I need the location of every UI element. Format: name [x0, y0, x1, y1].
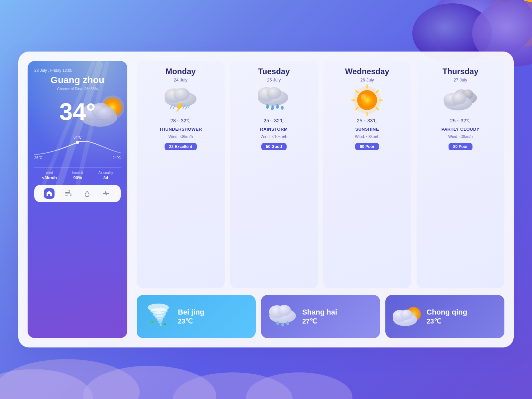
forecast-tuesday-day: Tuesday	[258, 67, 290, 76]
stat-humidity: humidit 90%	[72, 171, 83, 180]
phone-date: 23 July , Friday 12:00	[34, 68, 121, 73]
forecast-wednesday-wind: Wind: <3km/h	[355, 134, 379, 139]
stat-humidity-value: 90%	[72, 175, 83, 180]
forecast-thursday-wind: Wind: <3km/h	[448, 134, 473, 139]
svg-point-79	[400, 310, 412, 320]
forecast-monday-type: THUNDERSHOWER	[159, 127, 202, 132]
city-beijing[interactable]: Bei jing 23℃	[137, 295, 256, 338]
svg-point-37	[271, 105, 274, 110]
svg-point-68	[150, 321, 154, 324]
stat-wind: wind <3km/h	[42, 171, 57, 180]
svg-point-72	[278, 305, 291, 316]
city-shanghai-info: Shang hai 27℃	[302, 308, 337, 325]
graph-right-temp: 24℃	[113, 156, 121, 160]
forecast-monday-badge: 22 Excellent	[165, 143, 197, 150]
phone-chance: Chance of Rina: 28~35%	[34, 87, 121, 91]
forecast-tuesday: Tuesday 25 July	[230, 61, 318, 288]
svg-point-53	[359, 92, 375, 108]
forecast-wednesday-day: Wednesday	[345, 67, 389, 76]
svg-point-35	[267, 87, 281, 99]
forecast-wednesday-type: SUNSHINE	[355, 127, 379, 132]
nav-drop[interactable]	[82, 188, 92, 199]
forecast-monday-icon	[162, 85, 199, 115]
svg-point-40	[266, 105, 267, 106]
svg-point-42	[276, 105, 277, 106]
svg-point-39	[281, 106, 284, 110]
stat-wind-label: wind	[42, 171, 57, 175]
forecast-wednesday: Wednesday 26 July	[323, 61, 411, 288]
forecast-tuesday-badge: 50 Good	[261, 143, 287, 150]
forecast-thursday-date: 27 July	[454, 77, 467, 82]
forecast-monday-day: Monday	[166, 67, 196, 76]
forecast-monday-date: 24 July	[174, 77, 188, 82]
phone-temperature: 34°	[60, 100, 96, 124]
forecast-wednesday-badge: 60 Poor	[355, 143, 379, 150]
svg-point-36	[266, 104, 269, 109]
phone-graph: 34℃ 26℃ 24℃	[34, 131, 121, 165]
svg-point-25	[174, 88, 190, 101]
nav-wind[interactable]	[63, 188, 73, 199]
city-shanghai-icon	[268, 302, 298, 332]
forecast-row: Monday 24 July	[137, 61, 504, 288]
forecast-tuesday-date: 25 July	[267, 77, 281, 82]
svg-point-41	[271, 106, 272, 108]
city-shanghai[interactable]: Shang hai 27℃	[261, 295, 380, 338]
forecast-monday: Monday 24 July	[137, 61, 225, 288]
phone-stats: wind <3km/h humidit 90% Air quality 34	[34, 167, 121, 180]
right-panel: Monday 24 July	[137, 61, 504, 338]
forecast-thursday-temp: 25～32℃	[450, 118, 471, 124]
stat-humidity-label: humidit	[72, 171, 83, 175]
city-row: Bei jing 23℃	[137, 295, 504, 338]
city-beijing-info: Bei jing 23℃	[178, 308, 204, 325]
forecast-wednesday-icon	[349, 85, 385, 115]
stat-air: Air quality 34	[98, 171, 113, 180]
svg-point-38	[276, 104, 279, 109]
main-card: 23 July , Friday 12:00 Guang zhou Chance…	[18, 52, 514, 347]
city-beijing-temp: 23℃	[178, 317, 204, 325]
forecast-thursday-badge: 80 Poor	[449, 143, 472, 150]
svg-line-29	[170, 105, 172, 108]
graph-left-temp: 26℃	[34, 156, 42, 160]
city-beijing-icon	[143, 302, 173, 332]
forecast-tuesday-type: RAINSTORM	[260, 127, 288, 132]
stat-wind-value: <3km/h	[42, 175, 57, 180]
forecast-monday-wind: Wind: <8km/h	[168, 134, 193, 139]
svg-point-74	[281, 323, 284, 327]
svg-point-66	[158, 321, 162, 324]
city-chongqing[interactable]: Chong qing 23℃	[385, 295, 504, 338]
stat-air-value: 34	[98, 175, 113, 180]
nav-pulse[interactable]	[101, 188, 111, 199]
forecast-thursday-day: Thursday	[443, 67, 478, 76]
graph-peak-temp: 34℃	[73, 135, 81, 140]
svg-point-65	[157, 318, 163, 321]
forecast-tuesday-temp: 25～32℃	[264, 118, 284, 124]
forecast-thursday: Thursday 27 July	[417, 61, 505, 288]
forecast-wednesday-date: 26 July	[360, 77, 374, 82]
svg-point-67	[160, 324, 162, 326]
city-chongqing-name: Chong qing	[427, 308, 467, 317]
forecast-wednesday-temp: 25～33℃	[357, 118, 377, 124]
svg-point-75	[286, 321, 289, 325]
forecast-thursday-icon	[442, 85, 479, 115]
phone-panel: 23 July , Friday 12:00 Guang zhou Chance…	[28, 61, 127, 338]
svg-point-60	[452, 92, 466, 105]
svg-point-54	[361, 94, 366, 99]
stat-air-label: Air quality	[98, 171, 113, 175]
city-chongqing-icon	[392, 302, 422, 332]
city-chongqing-temp: 23℃	[427, 317, 467, 325]
svg-point-21	[76, 141, 79, 144]
nav-home[interactable]	[44, 188, 55, 199]
forecast-thursday-type: PARTLY CLOUDY	[441, 127, 479, 132]
svg-point-69	[163, 323, 166, 326]
forecast-monday-temp: 28～32℃	[170, 118, 191, 124]
phone-nav	[34, 185, 121, 202]
city-shanghai-temp: 27℃	[302, 317, 337, 325]
svg-point-73	[276, 321, 279, 325]
city-shanghai-name: Shang hai	[302, 308, 337, 317]
forecast-tuesday-icon	[256, 85, 292, 115]
forecast-tuesday-wind: Wind: <10km/h	[261, 134, 287, 139]
phone-city: Guang zhou	[34, 75, 121, 85]
city-beijing-name: Bei jing	[178, 308, 204, 317]
svg-point-20	[93, 119, 112, 127]
city-chongqing-info: Chong qing 23℃	[427, 308, 467, 325]
